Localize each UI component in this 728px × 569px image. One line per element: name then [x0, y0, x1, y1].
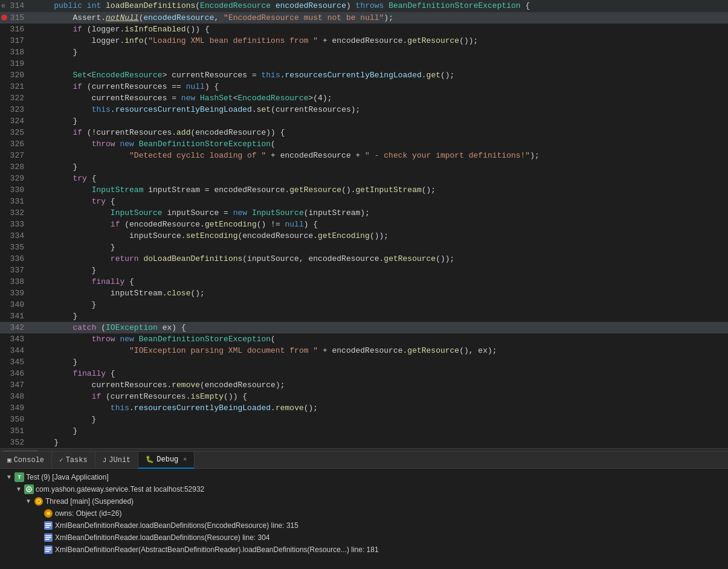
line-number: 333	[0, 219, 29, 230]
code-row: 352 }	[0, 437, 728, 448]
code-line-content: InputSource inputSource = new InputSourc…	[29, 207, 728, 219]
svg-rect-14	[45, 537, 51, 538]
code-line-content: try {	[29, 196, 728, 207]
line-number: 335	[0, 242, 29, 253]
code-row: 327 "Detected cyclic loading of " + enco…	[0, 150, 728, 161]
junit-tab-icon: J	[103, 452, 107, 469]
svg-point-7	[47, 512, 50, 515]
debug-tree-item[interactable]: ▼com.yashon.gateway.service.Test at loca…	[14, 483, 723, 495]
debug-tree-item[interactable]: ▼TTest (9) [Java Application]	[5, 471, 723, 483]
stackframe-icon	[43, 533, 53, 542]
code-row: 339 inputStream.close();	[0, 288, 728, 299]
code-row: 344 "IOException parsing XML document fr…	[0, 345, 728, 356]
debug-tree-item[interactable]: XmlBeanDefinitionReader(AbstractBeanDefi…	[34, 544, 723, 556]
code-row: 343 throw new BeanDefinitionStoreExcepti…	[0, 333, 728, 345]
app-icon	[24, 484, 34, 494]
code-line-content: if (currentResources.isEmpty()) {	[29, 391, 728, 402]
line-number: 317	[0, 35, 29, 47]
debug-tree-item[interactable]: owns: Object (id=26)	[34, 507, 723, 519]
line-number: 340	[0, 299, 29, 310]
tree-expand-icon[interactable]: ▼	[16, 483, 24, 495]
line-number: 324	[0, 115, 29, 127]
panel-tab-console[interactable]: ▣Console	[0, 452, 52, 469]
svg-rect-11	[45, 527, 50, 528]
code-row: 317 logger.info("Loading XML bean defini…	[0, 35, 728, 47]
line-number: 351	[0, 425, 29, 437]
line-number: 318	[0, 47, 29, 58]
console-tab-icon: ▣	[7, 452, 11, 469]
line-number: 323	[0, 104, 29, 115]
junit-tab-label: JUnit	[109, 452, 130, 469]
code-line-content: Set<EncodedResource> currentResources = …	[29, 69, 728, 81]
line-number: 325	[0, 127, 29, 138]
panel-tab-junit[interactable]: JJUnit	[95, 452, 139, 469]
code-line-content: }	[29, 115, 728, 127]
code-line-content: inputSource.setEncoding(encodedResource.…	[29, 230, 728, 242]
code-row: 318 }	[0, 47, 728, 58]
code-line-content: "IOException parsing XML document from "…	[29, 345, 728, 356]
bottom-panel: ▣Console✓TasksJJUnit🐛Debug✕ ▼TTest (9) […	[0, 451, 728, 569]
svg-point-2	[28, 489, 30, 490]
debug-tree-item[interactable]: XmlBeanDefinitionReader.loadBeanDefiniti…	[34, 532, 723, 544]
code-row: ⊖ 314 public int loadBeanDefinitions(Enc…	[0, 0, 728, 12]
svg-rect-13	[45, 535, 51, 536]
tree-expand-icon[interactable]: ▼	[6, 471, 14, 483]
code-line-content: if (encodedResource.getEncoding() != nul…	[29, 219, 728, 230]
code-row: 316 if (logger.isInfoEnabled()) {	[0, 24, 728, 35]
tree-item-label: Test (9) [Java Application]	[26, 471, 109, 483]
debug-tab-close[interactable]: ✕	[183, 451, 187, 468]
stackframe-icon	[43, 545, 53, 555]
code-line-content: this.resourcesCurrentlyBeingLoaded.remov…	[29, 402, 728, 414]
panel-tab-debug[interactable]: 🐛Debug✕	[138, 452, 195, 469]
line-number: 328	[0, 161, 29, 173]
code-row: 336 return doLoadBeanDefinitions(inputSo…	[0, 253, 728, 265]
code-line-content: }	[29, 161, 728, 173]
code-table: ⊖ 314 public int loadBeanDefinitions(Enc…	[0, 0, 728, 448]
debug-tree: ▼TTest (9) [Java Application]▼com.yashon…	[0, 471, 728, 556]
code-line-content: }	[29, 425, 728, 437]
tree-expand-icon[interactable]: ▼	[25, 495, 34, 507]
tree-item-label: XmlBeanDefinitionReader.loadBeanDefiniti…	[55, 519, 298, 532]
tasks-tab-icon: ✓	[59, 452, 63, 469]
debug-tab-icon: 🐛	[146, 451, 154, 468]
code-line-content: finally {	[29, 276, 728, 288]
svg-point-5	[37, 500, 40, 503]
code-line-content: }	[29, 310, 728, 322]
code-line-content: catch (IOException ex) {	[29, 322, 728, 333]
line-number: 320	[0, 69, 29, 81]
line-number: 337	[0, 265, 29, 276]
code-row: 342 catch (IOException ex) {	[0, 322, 728, 333]
code-line-content: if (!currentResources.add(encodedResourc…	[29, 127, 728, 138]
svg-rect-9	[45, 523, 51, 524]
code-row: 335 }	[0, 242, 728, 253]
debug-tree-item[interactable]: ▼Thread [main] (Suspended)	[24, 495, 723, 507]
code-row: 322 currentResources = new HashSet<Encod…	[0, 92, 728, 104]
code-row: 337 }	[0, 265, 728, 276]
panel-content[interactable]: ▼TTest (9) [Java Application]▼com.yashon…	[0, 469, 728, 569]
svg-rect-10	[45, 525, 51, 526]
line-number: 334	[0, 230, 29, 242]
line-number: 331	[0, 196, 29, 207]
line-number: 347	[0, 379, 29, 391]
line-number: 346	[0, 368, 29, 379]
panel-tabs: ▣Console✓TasksJJUnit🐛Debug✕	[0, 452, 728, 469]
code-line-content: try {	[29, 173, 728, 184]
code-row: 321 if (currentResources == null) {	[0, 81, 728, 92]
line-number: 336	[0, 253, 29, 265]
code-row: 331 try {	[0, 196, 728, 207]
code-row: 340 }	[0, 299, 728, 310]
debug-tree-item[interactable]: XmlBeanDefinitionReader.loadBeanDefiniti…	[34, 519, 723, 532]
tree-item-label: Thread [main] (Suspended)	[45, 495, 134, 507]
svg-rect-18	[45, 549, 51, 550]
line-number: 343	[0, 333, 29, 345]
code-row: 315 Assert.notNull(encodedResource, "Enc…	[0, 12, 728, 24]
line-number: 352	[0, 437, 29, 448]
console-tab-label: Console	[14, 452, 44, 469]
code-line-content: "Detected cyclic loading of " + encodedR…	[29, 150, 728, 161]
line-number: 327	[0, 150, 29, 161]
code-editor[interactable]: ⊖ 314 public int loadBeanDefinitions(Enc…	[0, 0, 728, 451]
code-row: 345 }	[0, 356, 728, 368]
code-line-content: currentResources.remove(encodedResource)…	[29, 379, 728, 391]
panel-tab-tasks[interactable]: ✓Tasks	[52, 452, 95, 469]
svg-rect-17	[45, 547, 51, 548]
